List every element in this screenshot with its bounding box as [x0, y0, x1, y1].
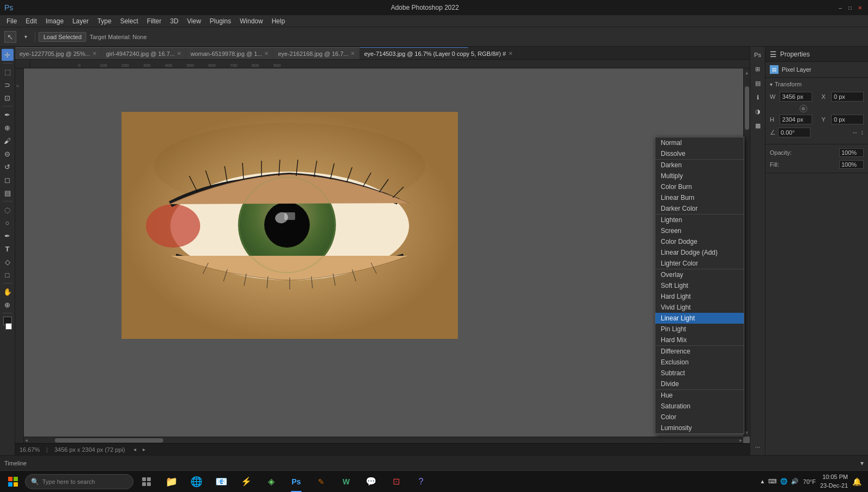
taskbar-help[interactable]: ?	[409, 471, 433, 493]
blend-darken[interactable]: Darken	[655, 160, 744, 171]
taskbar-app3[interactable]: ✎	[309, 471, 333, 493]
blend-soft-light[interactable]: Soft Light	[655, 280, 744, 291]
blend-color-dodge[interactable]: Color Dodge	[655, 236, 744, 247]
tab-eye1[interactable]: eye-1227705.jpg @ 25%... ✕	[15, 47, 101, 59]
pen-tool[interactable]: ✒	[2, 230, 14, 242]
close-button[interactable]: ✕	[856, 4, 864, 11]
taskbar-app1[interactable]: ⚡	[234, 471, 258, 493]
menu-image[interactable]: Image	[41, 15, 68, 27]
load-selected-button[interactable]: Load Selected	[39, 32, 86, 42]
blur-tool[interactable]: ◌	[2, 204, 14, 216]
menu-window[interactable]: Window	[235, 15, 267, 27]
background-color[interactable]	[5, 323, 12, 330]
menu-type[interactable]: Type	[93, 15, 116, 27]
flip-v-icon[interactable]: ↕	[860, 129, 864, 136]
panel-icon-more[interactable]: ···	[752, 441, 764, 453]
menu-filter[interactable]: Filter	[143, 15, 166, 27]
blend-hue[interactable]: Hue	[655, 390, 744, 401]
blend-hard-mix[interactable]: Hard Mix	[655, 335, 744, 345]
tab-eye2[interactable]: eye-2162168.jpg @ 16.7... ✕	[273, 47, 360, 59]
hand-tool[interactable]: ✋	[2, 286, 14, 298]
width-input[interactable]	[780, 92, 812, 102]
taskbar-word[interactable]: W	[334, 471, 358, 493]
menu-edit[interactable]: Edit	[21, 15, 41, 27]
taskbar-app5[interactable]: ⊡	[384, 471, 408, 493]
path-tool[interactable]: ◇	[2, 256, 14, 268]
tab-close-girl[interactable]: ✕	[177, 51, 181, 56]
menu-plugins[interactable]: Plugins	[206, 15, 235, 27]
blend-exclusion[interactable]: Exclusion	[655, 357, 744, 368]
tool-options-arrow[interactable]: ▾	[20, 31, 31, 43]
zoom-tool[interactable]: ⊕	[2, 299, 14, 311]
tab-eye714503[interactable]: eye-714503.jpg @ 16.7% (Layer 0 copy 5, …	[360, 47, 468, 59]
blend-linear-dodge[interactable]: Linear Dodge (Add)	[655, 247, 744, 258]
opacity-input[interactable]	[839, 148, 864, 157]
maximize-button[interactable]: □	[846, 4, 854, 11]
blend-multiply[interactable]: Multiply	[655, 171, 744, 181]
scrollbar-thumb-h[interactable]	[55, 438, 163, 443]
taskbar-app4[interactable]: 💬	[359, 471, 383, 493]
move-tool[interactable]: ✛	[2, 49, 14, 61]
shape-tool[interactable]: □	[2, 269, 14, 281]
selection-tool[interactable]: ⬚	[2, 66, 14, 78]
blend-color-burn[interactable]: Color Burn	[655, 181, 744, 192]
canvas-area[interactable]: ◂ ▸ ▴ ▾	[24, 68, 750, 443]
menu-select[interactable]: Select	[116, 15, 142, 27]
panel-icon-4[interactable]: ℹ	[752, 91, 764, 103]
tab-close-eye2[interactable]: ✕	[350, 51, 355, 56]
taskbar-search[interactable]: 🔍 Type here to search	[25, 474, 133, 489]
blend-mode-dropdown[interactable]: Normal Dissolve Darken Multiply Color Bu…	[655, 137, 744, 434]
angle-input[interactable]	[778, 128, 810, 137]
tab-girl[interactable]: girl-4947240.jpg @ 16.7... ✕	[101, 47, 186, 59]
blend-pin-light[interactable]: Pin Light	[655, 324, 744, 335]
menu-help[interactable]: Help	[267, 15, 290, 27]
panel-icon-5[interactable]: ◑	[752, 105, 764, 117]
taskbar-edge[interactable]: 🌐	[184, 471, 208, 493]
type-tool[interactable]: T	[2, 243, 14, 255]
height-input[interactable]	[780, 115, 812, 124]
menu-view[interactable]: View	[183, 15, 206, 27]
crop-tool[interactable]: ⊡	[2, 92, 14, 104]
blend-vivid-light[interactable]: Vivid Light	[655, 302, 744, 313]
scrollbar-thumb-v[interactable]	[745, 86, 749, 130]
healing-tool[interactable]: ⊕	[2, 122, 14, 134]
blend-saturation[interactable]: Saturation	[655, 401, 744, 412]
menu-layer[interactable]: Layer	[68, 15, 93, 27]
tab-woman[interactable]: woman-6519978.jpg @ 1... ✕	[186, 47, 273, 59]
panel-icon-2[interactable]: ⊞	[752, 63, 764, 75]
x-input[interactable]	[831, 92, 864, 102]
blend-normal[interactable]: Normal	[655, 137, 744, 148]
link-proportions-icon[interactable]: ⊕	[800, 105, 807, 112]
blend-screen[interactable]: Screen	[655, 225, 744, 236]
blend-linear-burn[interactable]: Linear Burn	[655, 192, 744, 203]
blend-color[interactable]: Color	[655, 412, 744, 422]
menu-3d[interactable]: 3D	[165, 15, 182, 27]
blend-hard-light[interactable]: Hard Light	[655, 291, 744, 302]
tab-close-woman[interactable]: ✕	[264, 51, 269, 56]
tab-close-eye1[interactable]: ✕	[92, 51, 97, 56]
start-button[interactable]	[2, 471, 24, 493]
history-tool[interactable]: ↺	[2, 161, 14, 173]
scroll-arrow-left[interactable]: ◂	[133, 446, 136, 452]
blend-difference[interactable]: Difference	[655, 346, 744, 357]
menu-file[interactable]: File	[2, 15, 21, 27]
brush-tool[interactable]: 🖌	[2, 135, 14, 147]
notification-icon[interactable]: 🔔	[852, 477, 861, 486]
taskbar-mail[interactable]: 📧	[209, 471, 233, 493]
minimize-button[interactable]: –	[837, 4, 844, 11]
blend-subtract[interactable]: Subtract	[655, 368, 744, 379]
dodge-tool[interactable]: ○	[2, 217, 14, 229]
task-view-button[interactable]	[135, 471, 158, 493]
blend-darker-color[interactable]: Darker Color	[655, 203, 744, 214]
timeline-minimize[interactable]: ▾	[860, 459, 864, 467]
clone-tool[interactable]: ⊝	[2, 148, 14, 160]
blend-linear-light[interactable]: Linear Light	[655, 313, 744, 324]
blend-divide[interactable]: Divide	[655, 379, 744, 389]
panel-icon-3[interactable]: ▤	[752, 77, 764, 89]
lasso-tool[interactable]: ⊃	[2, 79, 14, 91]
fill-input[interactable]	[839, 160, 864, 169]
tray-up-arrow[interactable]: ▲	[760, 478, 765, 484]
panel-icon-1[interactable]: Ps	[752, 49, 764, 61]
flip-h-icon[interactable]: ↔	[852, 129, 858, 136]
blend-lighten[interactable]: Lighten	[655, 215, 744, 225]
